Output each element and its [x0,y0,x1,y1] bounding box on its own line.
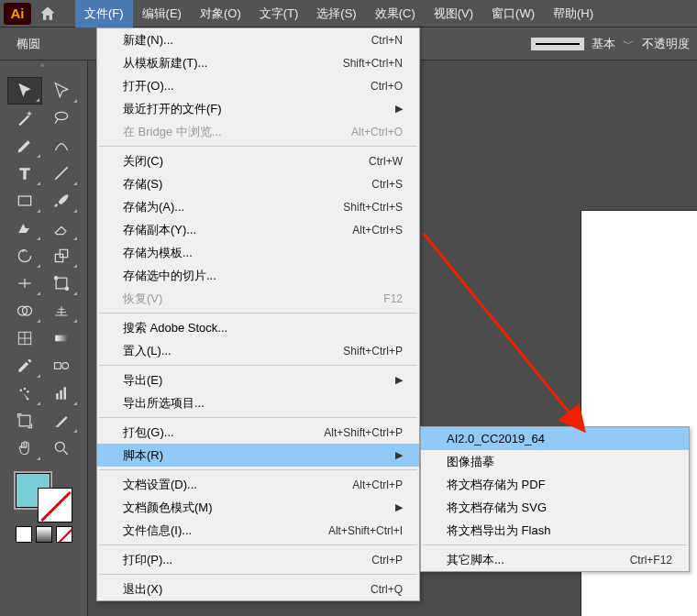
file-menu-item-25[interactable]: 文件信息(I)...Alt+Shift+Ctrl+I [97,519,419,542]
lasso-tool[interactable] [44,104,79,132]
menu-item-label: 文件信息(I)... [123,522,192,539]
script-submenu-item-1[interactable]: 图像描摹 [421,450,689,473]
file-menu-item-10[interactable]: 存储为模板... [97,241,419,264]
tool-panel: « [0,60,88,616]
menu-separator [99,574,417,575]
file-menu-item-6[interactable]: 关闭(C)Ctrl+W [97,149,419,172]
shape-builder-tool[interactable] [7,297,42,324]
stroke-preview[interactable] [531,38,584,50]
file-menu-item-2[interactable]: 打开(O)...Ctrl+O [97,74,419,97]
menu-item-label: 打开(O)... [123,78,174,94]
file-menu-item-11[interactable]: 存储选中的切片... [97,264,419,287]
menu-item-label: 置入(L)... [123,343,171,359]
free-transform-tool[interactable] [44,270,79,297]
file-menu-item-21[interactable]: 脚本(R)▶ [97,444,419,467]
menu-type[interactable]: 文字(T) [250,0,308,28]
script-submenu-item-3[interactable]: 将文档存储为 SVG [421,496,689,519]
script-submenu-item-6[interactable]: 其它脚本...Ctrl+F12 [421,548,689,571]
paintbrush-tool[interactable] [44,187,79,214]
symbol-sprayer-tool[interactable] [7,380,42,407]
menu-item-label: 其它脚本... [447,552,504,568]
menu-item-label: 将文档导出为 Flash [447,522,550,539]
svg-point-12 [61,363,68,369]
menu-item-label: 退出(X) [123,581,162,598]
eraser-tool[interactable] [44,214,79,242]
panel-handle[interactable]: « [0,60,87,73]
submenu-arrow-icon: ▶ [395,449,403,461]
mesh-tool[interactable] [7,324,42,352]
stroke-style-label[interactable]: 基本 [592,36,615,52]
column-graph-tool[interactable] [44,380,79,407]
line-tool[interactable] [44,160,79,187]
file-menu-item-17[interactable]: 导出(E)▶ [97,368,419,391]
eyedropper-tool[interactable] [7,352,42,380]
file-menu-item-7[interactable]: 存储(S)Ctrl+S [97,172,419,195]
submenu-arrow-icon: ▶ [395,501,403,513]
menu-item-label: 关闭(C) [123,153,163,170]
menu-help[interactable]: 帮助(H) [544,0,603,28]
color-mode-solid[interactable] [16,526,32,543]
shaper-tool[interactable] [7,214,42,242]
file-menu-item-0[interactable]: 新建(N)...Ctrl+N [97,28,419,51]
menu-window[interactable]: 窗口(W) [482,0,544,28]
file-menu-item-27[interactable]: 打印(P)...Ctrl+P [97,548,419,571]
menu-effect[interactable]: 效果(C) [366,0,425,28]
svg-point-20 [55,442,64,451]
svg-rect-2 [55,254,62,261]
submenu-arrow-icon: ▶ [395,103,403,115]
menu-select[interactable]: 选择(S) [307,0,365,28]
hand-tool[interactable] [7,434,42,462]
menu-item-shortcut: Alt+Ctrl+P [352,478,403,491]
file-menu-item-18[interactable]: 导出所选项目... [97,391,419,414]
menu-object[interactable]: 对象(O) [191,0,250,28]
app-logo: Ai [4,3,31,25]
menu-item-shortcut: Shift+Ctrl+N [343,57,403,70]
blend-tool[interactable] [44,352,79,380]
artboard-tool[interactable] [7,407,42,434]
curvature-tool[interactable] [44,132,79,160]
file-menu-item-9[interactable]: 存储副本(Y)...Alt+Ctrl+S [97,218,419,241]
file-menu-item-24[interactable]: 文档颜色模式(M)▶ [97,496,419,519]
menu-item-shortcut: Ctrl+P [371,554,403,566]
selection-tool[interactable] [7,77,42,104]
script-submenu-item-2[interactable]: 将文档存储为 PDF [421,473,689,496]
home-icon[interactable] [39,5,57,23]
file-menu-item-23[interactable]: 文档设置(D)...Alt+Ctrl+P [97,473,419,496]
type-tool[interactable] [7,160,42,187]
file-menu-item-1[interactable]: 从模板新建(T)...Shift+Ctrl+N [97,51,419,74]
menu-separator [99,469,417,470]
svg-rect-18 [63,387,66,399]
magic-wand-tool[interactable] [7,104,42,132]
rectangle-tool[interactable] [7,187,42,214]
menu-view[interactable]: 视图(V) [425,0,482,28]
file-menu-item-8[interactable]: 存储为(A)...Shift+Ctrl+S [97,195,419,218]
file-menu-item-12: 恢复(V)F12 [97,287,419,310]
scale-tool[interactable] [44,242,79,270]
width-tool[interactable] [7,270,42,297]
slice-tool[interactable] [44,407,79,434]
menu-item-label: 新建(N)... [123,32,173,49]
file-menu-item-29[interactable]: 退出(X)Ctrl+Q [97,578,419,600]
menu-edit[interactable]: 编辑(E) [133,0,191,28]
menu-item-label: 存储副本(Y)... [123,222,196,238]
script-submenu-item-0[interactable]: AI2.0_CC2019_64 [421,427,689,450]
file-menu-item-20[interactable]: 打包(G)...Alt+Shift+Ctrl+P [97,421,419,444]
menu-file[interactable]: 文件(F) [75,0,133,28]
menu-separator [99,544,417,545]
rotate-tool[interactable] [7,242,42,270]
zoom-tool[interactable] [44,434,79,462]
stroke-color-swatch[interactable] [38,488,72,522]
color-mode-none[interactable] [56,526,72,543]
file-menu-item-14[interactable]: 搜索 Adobe Stock... [97,316,419,339]
color-mode-gradient[interactable] [36,526,52,543]
gradient-tool[interactable] [44,324,79,352]
opacity-label[interactable]: 不透明度 [642,36,690,52]
svg-rect-10 [55,336,67,342]
file-menu-item-15[interactable]: 置入(L)...Shift+Ctrl+P [97,339,419,362]
file-menu-item-3[interactable]: 最近打开的文件(F)▶ [97,97,419,120]
perspective-grid-tool[interactable] [44,297,79,324]
script-submenu-item-4[interactable]: 将文档导出为 Flash [421,519,689,542]
direct-selection-tool[interactable] [44,77,79,104]
file-menu-item-4: 在 Bridge 中浏览...Alt+Ctrl+O [97,120,419,143]
pen-tool[interactable] [7,132,42,160]
